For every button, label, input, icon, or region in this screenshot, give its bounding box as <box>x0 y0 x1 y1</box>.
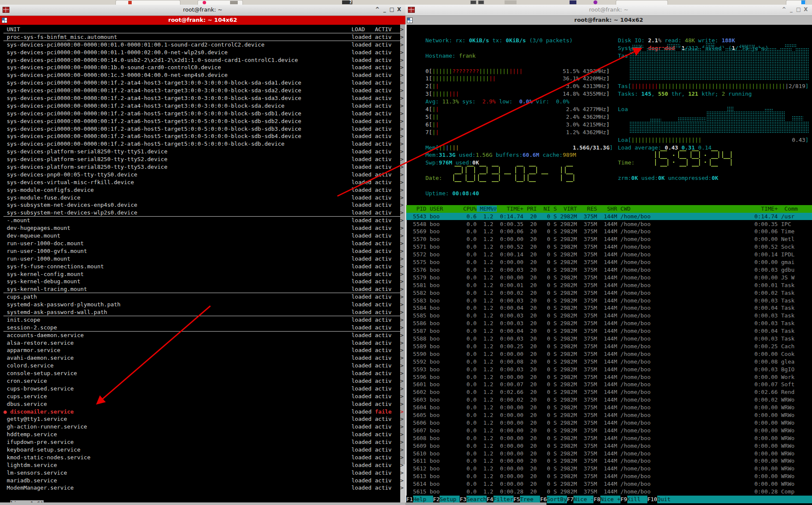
unit-row[interactable]: sys-devices-pnp0-00:05-tty-ttyS0.device … <box>3 171 400 179</box>
unit-row[interactable]: sys-devices-pci0000:00-0000:00:1f.2-ata4… <box>3 79 400 87</box>
unit-row[interactable]: cups-browsed.service loaded activ <box>3 385 400 393</box>
unit-row[interactable]: sys-devices-pci0000:00-0000:00:01.1-0000… <box>3 49 400 56</box>
unit-row[interactable]: sys-devices-pci0000:00-0000:00:1f.2-ata6… <box>3 125 400 133</box>
unit-row[interactable]: kmod-static-nodes.service loaded activ <box>3 454 400 461</box>
window-border <box>405 24 407 505</box>
unit-row[interactable]: sys-devices-pci0000:00-0000:00:01.0-0000… <box>3 41 400 49</box>
unit-row[interactable]: colord.service loaded activ <box>3 362 400 370</box>
unit-row[interactable]: sys-devices-pci0000:00-0000:00:1f.2-ata4… <box>3 102 400 110</box>
unit-row[interactable]: accounts-daemon.service loaded activ <box>3 332 400 339</box>
unit-row[interactable]: sys-fs-fuse-connections.mount loaded act… <box>3 263 400 270</box>
unit-row[interactable]: cups.service loaded activ <box>3 393 400 400</box>
unit-row[interactable]: proc-sys-fs-binfmt_misc.automount loaded… <box>3 33 400 41</box>
unit-row[interactable]: sys-kernel-config.mount loaded activ <box>3 270 400 278</box>
unit-row[interactable]: sys-module-fuse.device loaded activ <box>3 194 400 202</box>
window-title: root@frank: ~ <box>405 6 812 13</box>
unit-row[interactable]: sys-devices-pci0000:00-0000:00:14.0-usb2… <box>3 56 400 64</box>
unit-row[interactable]: sys-devices-pci0000:00-0000:00:1c.3-0000… <box>3 71 400 79</box>
unit-row[interactable]: keyboard-setup.service loaded activ <box>3 446 400 454</box>
taskbar-icon[interactable] <box>570 0 576 4</box>
unit-list-header: UNIT LOAD ACTIV <box>3 26 400 33</box>
unit-row[interactable]: sys-devices-pci0000:00-0000:00:1f.2-ata6… <box>3 140 400 148</box>
right-terminal-window: root@frank: ~ ^_□X root@frank: ~ 104x62 <box>405 5 812 505</box>
unit-row[interactable]: sys-devices-pci0000:00-0000:00:1b.0-soun… <box>3 64 400 71</box>
shade-icon[interactable]: _ <box>788 6 795 12</box>
unit-row[interactable]: mariadb.service loaded activ <box>3 477 400 484</box>
taskbar-dot-icon[interactable] <box>203 1 206 4</box>
taskbar-dot-icon[interactable] <box>593 0 597 4</box>
unit-row[interactable]: avahi-daemon.service loaded activ <box>3 354 400 362</box>
unit-row[interactable]: getty@tty1.service loaded activ <box>3 415 400 423</box>
unit-row[interactable]: init.scope loaded activ <box>3 316 400 324</box>
unit-row[interactable]: ifupdown-pre.service loaded activ <box>3 438 400 446</box>
unit-row[interactable]: run-user-1000-doc.mount loaded activ <box>3 240 400 247</box>
unit-row[interactable]: dbus.service loaded activ <box>3 400 400 408</box>
unit-row[interactable]: dev-mqueue.mount loaded activ <box>3 232 400 240</box>
unit-row[interactable]: sys-devices-pci0000:00-0000:00:1f.2-ata4… <box>3 94 400 102</box>
window-bottom-border <box>405 502 546 505</box>
taskbar-badge: 2 <box>349 0 352 4</box>
unit-row[interactable]: run-user-1000.mount loaded activ <box>3 255 400 263</box>
unit-row[interactable]: sys-devices-platform-serial8250-tty-ttyS… <box>3 148 400 156</box>
unit-row[interactable]: hddtemp.service loaded activ <box>3 431 400 438</box>
unit-row[interactable]: systemd-ask-password-wall.path loaded ac… <box>3 308 400 316</box>
unit-row[interactable]: -.mount loaded activ <box>3 217 400 224</box>
unit-row[interactable]: console-setup.service loaded activ <box>3 370 400 377</box>
unit-row[interactable]: sys-devices-pci0000:00-0000:00:1f.2-ata4… <box>3 87 400 94</box>
close-icon[interactable]: X <box>802 6 809 12</box>
unit-row[interactable]: sys-devices-pci0000:00-0000:00:1f.2-ata6… <box>3 110 400 117</box>
unit-row[interactable]: sys-devices-pci0000:00-0000:00:1f.2-ata6… <box>3 132 400 140</box>
taskbar-icon[interactable] <box>801 0 805 4</box>
taskbar-app-icon[interactable] <box>128 1 132 4</box>
unit-row[interactable]: ● discomailer.service loaded faile <box>3 408 400 416</box>
unit-row[interactable]: ModemManager.service loaded activ <box>3 484 400 492</box>
unit-row[interactable]: alsa-restore.service loaded activ <box>3 339 400 347</box>
terminal-size-title: root@frank: ~ 104x62 <box>405 17 812 23</box>
unit-row[interactable]: sys-kernel-tracing.mount loaded activ <box>3 285 400 293</box>
minimize-icon[interactable]: ^ <box>780 6 788 12</box>
maximize-icon[interactable]: □ <box>795 6 802 12</box>
maximize-icon[interactable]: □ <box>388 6 396 12</box>
unit-row[interactable]: systemd-ask-password-plymouth.path loade… <box>3 301 400 308</box>
unit-row[interactable]: apparmor.service loaded activ <box>3 346 400 354</box>
unit-row[interactable]: sys-devices-virtual-misc-rfkill.device l… <box>3 179 400 186</box>
unit-row[interactable]: sys-devices-platform-serial8250-tty-ttyS… <box>3 156 400 163</box>
systemctl-unit-list: UNIT LOAD ACTIV proc-sys-fs-binfmt_misc.… <box>3 26 405 492</box>
taskbar-widget[interactable] <box>230 1 238 4</box>
unit-row[interactable]: sys-subsystem-net-devices-wlp2s0.device … <box>3 209 400 217</box>
unit-row[interactable]: cups.path loaded activ <box>3 293 400 301</box>
unit-row[interactable]: sys-kernel-debug.mount loaded activ <box>3 278 400 285</box>
window-buttons[interactable]: ^_□X <box>374 6 403 12</box>
desktop: { "taskbar": {"badge": "2"}, "window_but… <box>0 0 812 505</box>
window-buttons[interactable]: ^_□X <box>780 6 809 12</box>
taskbar-window-icon[interactable] <box>478 0 484 4</box>
terminal-size-title: root@frank: ~ 104x62 <box>0 17 405 23</box>
close-icon[interactable]: X <box>396 6 403 12</box>
unit-row[interactable]: sys-devices-pci0000:00-0000:00:1f.2-ata6… <box>3 117 400 125</box>
left-window-tab-bar[interactable]: root@frank: ~ 104x62 <box>0 16 405 25</box>
left-window-titlebar[interactable]: root@frank: ~ ^_□X <box>0 5 405 16</box>
unit-row[interactable]: sys-subsystem-net-devices-enp4s0.device … <box>3 201 400 209</box>
unit-row[interactable]: lightdm.service loaded activ <box>3 461 400 469</box>
taskbar-widget[interactable] <box>505 0 517 4</box>
unit-row[interactable]: cron.service loaded activ <box>3 377 400 385</box>
unit-row[interactable]: sys-module-configfs.device loaded activ <box>3 186 400 194</box>
unit-row[interactable]: gh-action-runner.service loaded activ <box>3 423 400 431</box>
shade-icon[interactable]: _ <box>381 6 388 12</box>
minimize-icon[interactable]: ^ <box>374 6 381 12</box>
unit-row[interactable]: run-user-1000-gvfs.mount loaded activ <box>3 247 400 255</box>
right-window-titlebar[interactable]: root@frank: ~ ^_□X <box>405 5 812 16</box>
window-title: root@frank: ~ <box>0 6 405 13</box>
taskbar-icon[interactable]: 2 <box>342 0 352 4</box>
unit-row[interactable]: session-2.scope loaded activ <box>3 324 400 332</box>
right-window-tab-bar[interactable]: root@frank: ~ 104x62 <box>405 16 812 25</box>
unit-row[interactable]: dev-hugepages.mount loaded activ <box>3 224 400 232</box>
unit-row[interactable]: lm-sensors.service loaded activ <box>3 469 400 477</box>
taskbar-window-icon[interactable] <box>470 0 476 4</box>
unit-row[interactable]: sys-devices-platform-serial8250-tty-ttyS… <box>3 163 400 171</box>
window-bottom-border <box>0 502 405 505</box>
